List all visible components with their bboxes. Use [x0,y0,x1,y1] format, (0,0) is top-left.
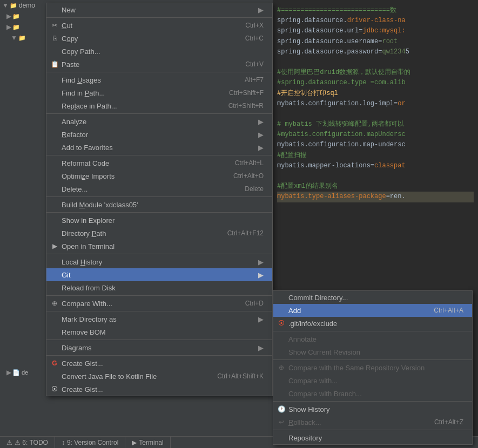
code-line-4: spring.datasource.username=root [277,37,474,47]
cut-shortcut: Ctrl+X [245,22,264,29]
menu-item-add-to-favorites[interactable]: Add to Favorites ▶ [46,141,272,154]
menu-item-new-label: New [62,6,76,14]
menu-item-delete[interactable]: Delete... Delete [46,182,272,195]
separator-8 [46,295,272,296]
menu-item-optimize-label: Optimize Imports [62,172,115,180]
git-submenu-add[interactable]: Add Ctrl+Alt+A [273,304,472,317]
project-tree: ▼ 📁 demo ▶ 📁 ▶ 📁 ▼ 📁 ▶ 📄 de [0,0,46,436]
menu-item-find-in-path[interactable]: Find in Path... Ctrl+Shift+F [46,86,272,99]
git-repository-label: Repository [288,434,322,442]
git-add-shortcut: Ctrl+Alt+A [434,307,463,314]
code-line-7: #使用阿里巴巴druid数据源，默认使用自带的 [277,67,474,78]
menu-item-copy-path-label: Copy Path... [62,47,100,56]
menu-item-analyze[interactable]: Analyze ▶ [46,115,272,128]
tree-item-2[interactable]: ▶ 📁 [0,22,46,32]
git-submenu-rollback: ↩ Rollback... Ctrl+Alt+Z [273,416,472,429]
menu-item-copy[interactable]: ⎘ Copy Ctrl+C [46,32,272,45]
separator-3 [46,113,272,114]
menu-item-convert-kotlin[interactable]: Convert Java File to Kotlin File Ctrl+Al… [46,370,272,383]
tree-item-1[interactable]: ▶ 📁 [0,11,46,22]
menu-item-show-explorer-label: Show in Explorer [62,216,115,225]
git-submenu-commit[interactable]: Commit Directory... [273,291,472,304]
menu-item-compare-with[interactable]: ⊕ Compare With... Ctrl+D [46,297,272,310]
menu-item-refactor[interactable]: Refactor ▶ [46,128,272,141]
menu-item-git[interactable]: Git ▶ [46,268,272,281]
paste-icon: 📋 [50,60,59,68]
git-arrow-icon: ▶ [258,271,264,279]
menu-item-reload-disk[interactable]: Reload from Disk [46,281,272,294]
find-in-path-shortcut: Ctrl+Shift+F [229,89,264,97]
tree-item-3[interactable]: ▼ 📁 [0,32,46,43]
git-submenu-repository[interactable]: Repository [273,431,472,444]
menu-item-mark-directory[interactable]: Mark Directory as ▶ [46,313,272,325]
menu-item-open-terminal[interactable]: ▶ Open in Terminal [46,240,272,253]
statusbar-terminal-label: Terminal [139,439,163,446]
menu-item-build-module[interactable]: Build Module 'xdclass05' [46,198,272,211]
compare-shortcut: Ctrl+D [245,300,264,307]
code-line-16: mybatis.mapper-locations=classpat [277,161,474,171]
menu-item-directory-path[interactable]: Directory Path Ctrl+Alt+F12 [46,227,272,240]
convert-shortcut: Ctrl+Alt+Shift+K [217,372,264,380]
menu-item-copy-label: Copy [62,35,78,43]
git-submenu-compare-repo: ⊕ Compare with the Same Repository Versi… [273,361,472,374]
menu-item-create-gist-1[interactable]: G Create Gist... [46,357,272,370]
separator-2 [46,72,272,72]
git-compare-label: Compare with... [288,377,338,385]
git-submenu-show-revision: Show Current Revision [273,345,472,358]
separator-6 [46,212,272,213]
favorites-arrow-icon: ▶ [258,144,264,152]
refactor-arrow-icon: ▶ [258,131,264,139]
git-icon: ⦿ [277,320,286,327]
git-submenu-history[interactable]: 🕐 Show History [273,403,472,416]
git-separator-3 [273,401,472,402]
statusbar-todo-label: ⚠ 6: TODO [15,439,48,446]
code-line-17 [277,171,474,181]
git-history-label: Show History [288,405,330,413]
diagrams-arrow-icon: ▶ [258,344,264,352]
menu-item-compare-label: Compare With... [62,300,112,308]
git-submenu-exclude[interactable]: ⦿ .git/info/exclude [273,317,472,330]
menu-item-delete-label: Delete... [62,185,87,193]
git-separator-1 [273,331,472,331]
github-circle-icon: ⦿ [50,385,59,393]
mark-directory-arrow-icon: ▶ [258,315,264,323]
copy-shortcut: Ctrl+C [245,35,264,42]
local-history-arrow-icon: ▶ [258,258,264,266]
menu-item-cut-label: Cut [62,22,72,30]
menu-item-cut[interactable]: ✂ Cut Ctrl+X [46,19,272,32]
git-exclude-label: .git/info/exclude [288,320,337,328]
statusbar-todo[interactable]: ⚠ ⚠ 6: TODO [0,437,55,448]
menu-item-paste[interactable]: 📋 Paste Ctrl+V [46,58,272,71]
git-submenu-annotate: Annotate [273,332,472,345]
menu-item-local-history[interactable]: Local History ▶ [46,255,272,268]
code-line-19: mybatis.type-aliases-package=ren. [277,192,474,202]
git-add-label: Add [288,307,301,315]
git-submenu-compare-branch: Compare with Branch... [273,387,472,400]
menu-item-remove-bom-label: Remove BOM [62,328,106,336]
statusbar-version-control[interactable]: ↕ 9: Version Control [55,437,125,448]
menu-item-reformat[interactable]: Reformat Code Ctrl+Alt+L [46,157,272,169]
tree-item-demo[interactable]: ▼ 📁 demo [0,0,46,11]
separator-9 [46,311,272,311]
menu-item-new[interactable]: New ▶ [46,3,272,16]
tree-item-de[interactable]: ▶ 📄 de [0,367,46,378]
menu-item-replace-in-path[interactable]: Replace in Path... Ctrl+Shift+R [46,99,272,112]
code-line-2: spring.datasource.driver-class-na [277,16,474,26]
statusbar-terminal[interactable]: ▶ Terminal [125,437,170,448]
separator-11 [46,355,272,356]
git-show-revision-label: Show Current Revision [288,348,360,356]
menu-item-copy-path[interactable]: Copy Path... [46,45,272,58]
git-compare-branch-label: Compare with Branch... [288,390,362,398]
code-line-9: #开启控制台打印sql [277,89,474,99]
git-rollback-label: Rollback... [288,418,321,426]
menu-item-optimize-imports[interactable]: Optimize Imports Ctrl+Alt+O [46,169,272,182]
menu-item-create-gist-1-label: Create Gist... [62,359,103,368]
menu-item-diagrams[interactable]: Diagrams ▶ [46,341,272,354]
menu-item-create-gist-2[interactable]: ⦿ Create Gist... [46,383,272,396]
code-line-5: spring.datasource.password=qw12345 [277,47,474,57]
menu-item-show-explorer[interactable]: Show in Explorer [46,214,272,227]
rollback-icon: ↩ [277,418,286,426]
menu-item-remove-bom[interactable]: Remove BOM [46,325,272,338]
git-submenu: Commit Directory... Add Ctrl+Alt+A ⦿ .gi… [273,290,473,445]
menu-item-find-usages[interactable]: Find Usages Alt+F7 [46,73,272,86]
